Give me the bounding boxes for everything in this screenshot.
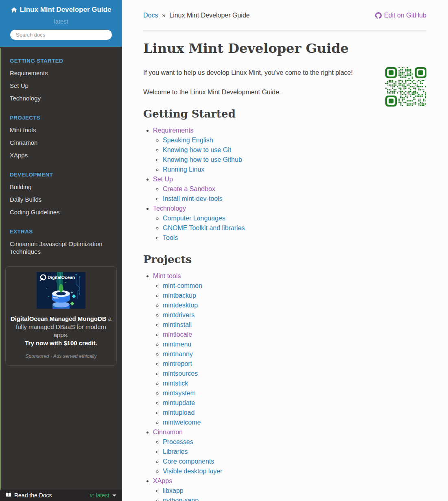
- toc-link[interactable]: Knowing how to use Github: [163, 156, 242, 163]
- toc-sublist: ProcessesLibrariesCore componentsVisible…: [153, 437, 426, 476]
- toc-link[interactable]: mintupload: [163, 409, 194, 416]
- toc-link[interactable]: mintlocale: [163, 331, 192, 338]
- toc-item: mint-common: [163, 281, 426, 291]
- toc-link[interactable]: mintbackup: [163, 292, 196, 299]
- page-title: Linux Mint Developer Guide: [143, 39, 426, 57]
- toc-sublist: Computer LanguagesGNOME Toolkit and libr…: [153, 213, 426, 243]
- toc-link[interactable]: Core components: [163, 458, 214, 465]
- home-icon: [11, 7, 17, 13]
- section-heading-projects: Projects: [143, 253, 426, 266]
- toc-link[interactable]: Tools: [163, 234, 178, 241]
- toc-link[interactable]: mintsources: [163, 370, 198, 377]
- toc-item: libxapp: [163, 486, 426, 496]
- toc-link[interactable]: mintsystem: [163, 390, 196, 396]
- edit-on-github-link[interactable]: Edit on GitHub: [375, 11, 426, 20]
- nav-caption-getting-started: GETTING STARTED: [0, 58, 122, 64]
- sidebar-item[interactable]: Cinnamon Javascript Optimization Techniq…: [0, 237, 122, 258]
- toc-item: Processes: [163, 437, 426, 447]
- toc-link[interactable]: Running Linux: [163, 166, 204, 173]
- toc-link[interactable]: Libraries: [163, 448, 188, 455]
- breadcrumb-row: Docs » Linux Mint Developer Guide Edit o…: [143, 11, 426, 20]
- toc-link[interactable]: libxapp: [163, 487, 184, 494]
- toc-link[interactable]: Cinnamon: [153, 429, 183, 436]
- toc-link[interactable]: Set Up: [153, 176, 173, 183]
- toc-item: mintwelcome: [163, 418, 426, 427]
- toc-link[interactable]: mintreport: [163, 360, 192, 367]
- sidebar-item[interactable]: Coding Guidelines: [0, 206, 122, 218]
- toc-item: Mint toolsmint-commonmintbackupmintdeskt…: [153, 271, 426, 427]
- toc-item: mintinstall: [163, 320, 426, 330]
- toc-item: Computer Languages: [163, 213, 426, 223]
- toc-link[interactable]: mintdesktop: [163, 302, 198, 309]
- toc-link[interactable]: mint-common: [163, 282, 202, 289]
- toc-link[interactable]: Requirements: [153, 127, 194, 134]
- toc-item: Speaking English: [163, 135, 426, 145]
- toc-item: RequirementsSpeaking EnglishKnowing how …: [153, 126, 426, 174]
- toc-link[interactable]: mintwelcome: [163, 419, 201, 426]
- toc-link[interactable]: mintnanny: [163, 351, 193, 357]
- sidebar-item[interactable]: Daily Builds: [0, 193, 122, 206]
- breadcrumb-separator: »: [162, 12, 166, 19]
- toc-link[interactable]: python-xapp: [163, 497, 199, 501]
- toc-item: XAppslibxapppython-xapp: [153, 476, 426, 501]
- sidebar-item[interactable]: Set Up: [0, 79, 122, 92]
- toc-link[interactable]: Computer Languages: [163, 215, 225, 222]
- nav-list-development: BuildingDaily BuildsCoding Guidelines: [0, 181, 122, 218]
- toc-item: mintupload: [163, 408, 426, 418]
- nav-caption-development: DEVELOPMENT: [0, 172, 122, 178]
- version-switcher[interactable]: v: latest: [90, 492, 116, 499]
- toc-item: GNOME Toolkit and libraries: [163, 223, 426, 233]
- breadcrumb-current: Linux Mint Developer Guide: [169, 12, 249, 19]
- toc-link[interactable]: Technology: [153, 205, 186, 212]
- sidebar-item[interactable]: Technology: [0, 92, 122, 105]
- sidebar-item[interactable]: XApps: [0, 149, 122, 161]
- toc-link[interactable]: Mint tools: [153, 272, 181, 279]
- breadcrumb-divider: [143, 30, 426, 31]
- toc-link[interactable]: Visible desktop layer: [163, 468, 222, 475]
- toc-link[interactable]: mintdrivers: [163, 311, 194, 318]
- readthedocs-flyout[interactable]: Read the Docs: [6, 492, 52, 499]
- toc-item: mintreport: [163, 359, 426, 369]
- toc-link[interactable]: Create a Sandbox: [163, 185, 215, 192]
- toc-item: mintdesktop: [163, 301, 426, 310]
- search-box: [10, 29, 112, 40]
- toc-item: mintupdate: [163, 398, 426, 408]
- toc-link[interactable]: Knowing how to use Git: [163, 146, 231, 153]
- toc-link[interactable]: XApps: [153, 477, 172, 484]
- toc-item: Running Linux: [163, 165, 426, 174]
- toc-link[interactable]: mintstick: [163, 380, 188, 387]
- nav-caption-extras: EXTRAS: [0, 229, 122, 235]
- toc-link[interactable]: Install mint-dev-tools: [163, 195, 223, 202]
- toc-link[interactable]: GNOME Toolkit and libraries: [163, 224, 245, 231]
- toc-item: mintmenu: [163, 340, 426, 349]
- toc-link[interactable]: Processes: [163, 438, 193, 445]
- sidebar-header: Linux Mint Developer Guide latest: [0, 0, 122, 47]
- nav-list-extras: Cinnamon Javascript Optimization Techniq…: [0, 237, 122, 258]
- project-home-link[interactable]: Linux Mint Developer Guide: [11, 6, 111, 14]
- sidebar-item[interactable]: Building: [0, 181, 122, 193]
- toc-link[interactable]: mintmenu: [163, 341, 191, 348]
- github-icon: [375, 12, 382, 19]
- toc-item: Core components: [163, 457, 426, 466]
- ad-brand-text: DigitalOcean: [48, 275, 75, 280]
- sidebar-ad[interactable]: DigitalOcean DigitalOcean Managed MongoD…: [5, 266, 117, 366]
- sidebar-item[interactable]: Mint tools: [0, 124, 122, 136]
- toc-sublist: Create a SandboxInstall mint-dev-tools: [153, 184, 426, 204]
- toc-link[interactable]: mintupdate: [163, 399, 195, 406]
- toc-link[interactable]: mintinstall: [163, 321, 192, 328]
- ad-text: DigitalOcean Managed MongoDB a fully man…: [10, 315, 112, 347]
- toc-link[interactable]: Speaking English: [163, 137, 213, 144]
- version-label: latest: [4, 18, 118, 25]
- sidebar-item[interactable]: Requirements: [0, 67, 122, 79]
- sidebar-item[interactable]: Cinnamon: [0, 136, 122, 149]
- toc-item: mintsources: [163, 369, 426, 379]
- sidebar-nav: GETTING STARTED RequirementsSet UpTechno…: [0, 47, 122, 258]
- toc-item: Install mint-dev-tools: [163, 194, 426, 204]
- book-icon: [6, 492, 11, 499]
- breadcrumb-docs-link[interactable]: Docs: [143, 12, 158, 19]
- search-input[interactable]: [10, 29, 112, 40]
- toc-item: mintbackup: [163, 291, 426, 301]
- digitalocean-ad-image[interactable]: DigitalOcean: [37, 272, 85, 309]
- ad-disclaimer: Sponsored · Ads served ethically: [10, 353, 112, 359]
- ad-cta[interactable]: Try now with $100 credit.: [10, 339, 112, 347]
